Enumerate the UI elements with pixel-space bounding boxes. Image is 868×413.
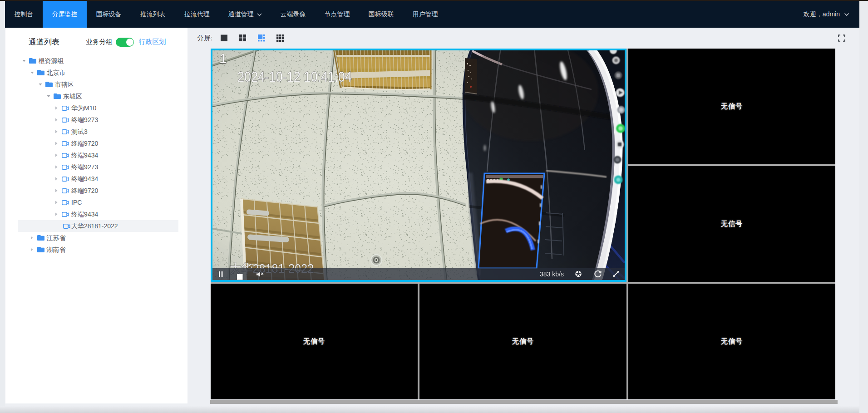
svg-text:383 kb/s: 383 kb/s: [540, 270, 564, 278]
